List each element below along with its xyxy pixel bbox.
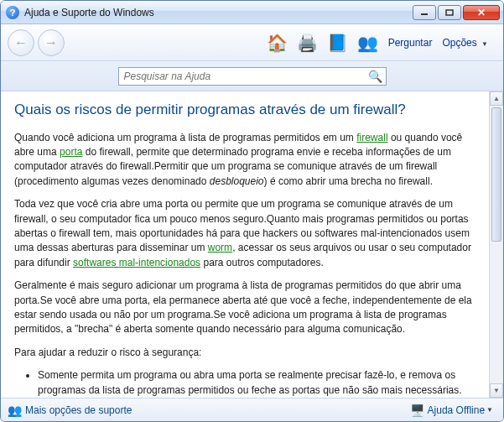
term-desbloqueio: desbloqueio xyxy=(210,175,264,187)
window-titlebar: ? Ajuda e Suporte do Windows ✕ xyxy=(1,1,503,24)
article-paragraph-2: Toda vez que você cria abre uma porta ou… xyxy=(14,197,477,270)
minimize-button[interactable] xyxy=(413,5,436,20)
svg-rect-1 xyxy=(446,10,453,15)
ask-icon-button[interactable]: 👥 xyxy=(356,31,380,55)
back-button[interactable]: ← xyxy=(8,29,34,56)
article-bullet-list: Somente permita um programa ou abra uma … xyxy=(14,368,477,398)
search-bar: 🔍 xyxy=(1,61,503,91)
maximize-button[interactable] xyxy=(438,5,461,20)
more-support-link[interactable]: 👥 Mais opções de suporte xyxy=(8,404,410,417)
article-paragraph-4: Para ajudar a reduzir o risco à seguranç… xyxy=(14,346,477,360)
status-bar: 👥 Mais opções de suporte 🖥️ Ajuda Offlin… xyxy=(1,398,503,421)
book-icon: 📘 xyxy=(327,33,348,53)
options-button[interactable]: Opções ▼ xyxy=(437,37,496,49)
support-icon: 👥 xyxy=(8,404,22,417)
chevron-down-icon: ▼ xyxy=(481,40,488,48)
help-icon: ? xyxy=(6,6,19,19)
ask-button[interactable]: Perguntar xyxy=(383,37,438,49)
offline-help-label: Ajuda Offline xyxy=(428,404,486,416)
close-icon: ✕ xyxy=(477,7,486,18)
vertical-scrollbar[interactable]: ▲ ▼ xyxy=(489,91,503,398)
link-malware[interactable]: softwares mal-intencionados xyxy=(73,257,200,268)
maximize-icon xyxy=(445,9,454,16)
link-firewall[interactable]: firewall xyxy=(356,132,387,143)
article-heading: Quais os riscos de permitir programas at… xyxy=(14,100,477,121)
toolbar: ← → 🏠 🖨️ 📘 👥 Perguntar Opções ▼ xyxy=(1,24,503,61)
search-box[interactable]: 🔍 xyxy=(118,67,387,86)
more-support-label: Mais opções de suporte xyxy=(25,404,132,416)
list-item: Somente permita um programa ou abra uma … xyxy=(38,368,477,398)
close-button[interactable]: ✕ xyxy=(463,5,500,20)
arrow-right-icon: → xyxy=(44,35,58,50)
browse-button[interactable]: 📘 xyxy=(326,31,350,55)
content-area: Quais os riscos de permitir programas at… xyxy=(1,91,503,398)
arrow-left-icon: ← xyxy=(14,35,28,50)
article-content: Quais os riscos de permitir programas at… xyxy=(1,91,489,398)
window-controls: ✕ xyxy=(413,5,500,20)
link-worm[interactable]: worm xyxy=(208,242,232,253)
search-icon[interactable]: 🔍 xyxy=(368,70,382,83)
print-button[interactable]: 🖨️ xyxy=(296,31,320,55)
scroll-track[interactable] xyxy=(490,106,503,383)
article-paragraph-3: Geralmente é mais seguro adicionar um pr… xyxy=(14,279,477,337)
options-label: Opções xyxy=(442,37,476,49)
print-icon: 🖨️ xyxy=(297,33,318,53)
person-help-icon: 👥 xyxy=(357,33,378,53)
offline-help-button[interactable]: 🖥️ Ajuda Offline ▼ xyxy=(410,404,496,417)
article-paragraph-1: Quando você adiciona um programa à lista… xyxy=(14,131,477,190)
scroll-thumb[interactable] xyxy=(491,107,501,242)
monitor-icon: 🖥️ xyxy=(410,404,424,417)
minimize-icon xyxy=(420,9,429,16)
scroll-up-button[interactable]: ▲ xyxy=(490,91,503,106)
window-title: Ajuda e Suporte do Windows xyxy=(24,7,413,18)
scroll-down-button[interactable]: ▼ xyxy=(490,383,503,398)
chevron-down-icon: ▼ xyxy=(486,406,493,414)
link-porta[interactable]: porta xyxy=(60,146,82,158)
home-icon: 🏠 xyxy=(267,33,288,53)
search-input[interactable] xyxy=(124,70,368,82)
home-button[interactable]: 🏠 xyxy=(266,31,289,55)
forward-button[interactable]: → xyxy=(38,29,65,56)
